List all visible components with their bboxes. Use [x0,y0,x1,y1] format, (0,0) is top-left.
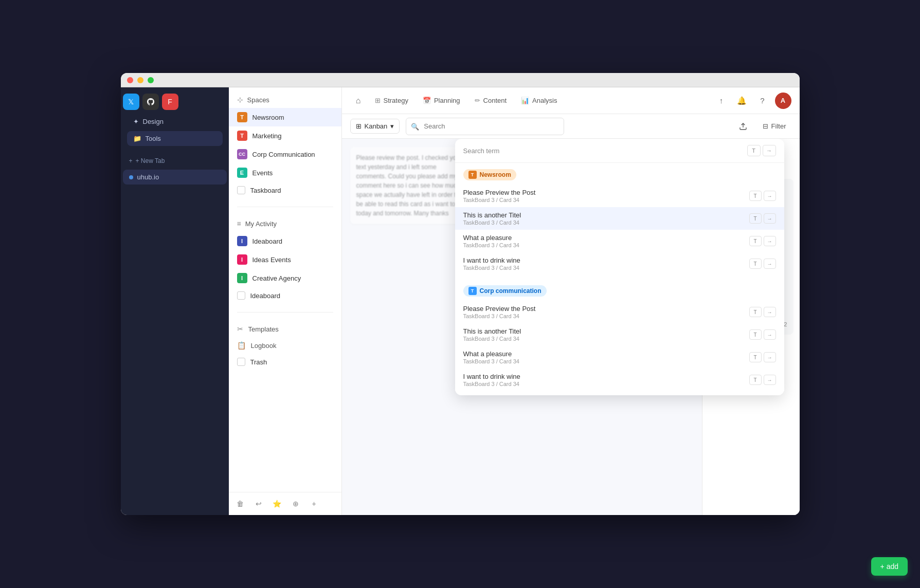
sidebar-item-ideaboard[interactable]: I Ideaboard [229,232,341,250]
result-t-btn-c1[interactable]: T [749,307,762,317]
sidebar-item-newsroom[interactable]: T Newsroom ••• [229,108,341,126]
result-arrow-btn-c3[interactable]: → [764,352,776,362]
footer-add-icon[interactable]: + [307,497,321,511]
search-result-corp-2[interactable]: This is another Titel TaskBoard 3 / Card… [455,323,784,346]
maximize-button[interactable] [148,77,154,83]
search-input[interactable] [406,118,564,135]
corp-label: Corp Communication [252,151,315,158]
search-arrow-icon[interactable]: → [763,145,776,156]
result-t-btn-n1[interactable]: T [749,191,762,201]
ideas-events-label: Ideas Events [252,256,291,264]
sidebar-item-marketing[interactable]: T Marketing [229,126,341,145]
search-result-newsroom-2[interactable]: This is another Titel TaskBoard 3 / Card… [455,207,784,230]
content-icon: ✏ [475,97,480,104]
spaces-header[interactable]: ⊹ Spaces [229,91,341,108]
tab-planning[interactable]: 📅 Planning [417,94,466,107]
minimize-button[interactable] [137,77,143,83]
search-result-newsroom-1[interactable]: Please Preview the Post TaskBoard 3 / Ca… [455,185,784,207]
github-app-icon[interactable] [142,94,159,110]
sidebar-item-trash[interactable]: Trash [229,354,341,370]
result-t-btn-c2[interactable]: T [749,329,762,340]
search-box: 🔍 [406,118,564,135]
upload-icon[interactable]: ↑ [713,93,730,109]
figma-app-icon[interactable]: F [162,94,178,110]
footer-star-icon[interactable]: ⭐ [270,497,284,511]
search-result-newsroom-3[interactable]: What a pleasure TaskBoard 3 / Card 34 T … [455,230,784,252]
left-sidebar: 𝕏 F ✦ Design 📁 Tools + [121,87,229,515]
help-icon[interactable]: ? [754,93,771,109]
result-arrow-btn-c4[interactable]: → [764,375,776,385]
tools-app-item[interactable]: 📁 Tools [127,131,223,146]
sidebar-item-ideaboard-2[interactable]: Ideaboard [229,287,341,304]
sidebar-item-taskboard[interactable]: Taskboard [229,182,341,198]
search-result-corp-4[interactable]: I want to drink wine TaskBoard 3 / Card … [455,369,784,391]
result-arrow-btn-n4[interactable]: → [764,259,776,269]
footer-back-icon[interactable]: ↩ [251,497,266,511]
sidebar-item-creative-agency[interactable]: I Creative Agency [229,269,341,287]
templates-label: Templates [248,325,279,333]
trash-checkbox[interactable] [237,358,245,366]
external-app-icons: 𝕏 F [121,94,229,110]
search-result-corp-1[interactable]: Please Preview the Post TaskBoard 3 / Ca… [455,301,784,323]
uhub-dot [129,175,133,179]
newsroom-section-text: Newsroom [480,171,511,178]
newsroom-section-label[interactable]: T Newsroom [463,169,516,180]
notification-icon[interactable]: 🔔 [734,93,750,109]
newsroom-label: Newsroom [252,114,284,121]
analysis-label: Analysis [532,97,557,104]
footer-trash-icon[interactable]: 🗑 [233,497,247,511]
result-arrow-btn-c2[interactable]: → [764,329,776,340]
sidebar-item-corp-communication[interactable]: CC Corp Communication [229,145,341,163]
analysis-icon: 📊 [521,97,529,104]
newsroom-icon: T [237,112,247,122]
titlebar [121,73,800,87]
kanban-button[interactable]: ⊞ Kanban ▾ [350,119,400,134]
result-t-btn-n4[interactable]: T [749,259,762,269]
search-result-corp-3[interactable]: What a pleasure TaskBoard 3 / Card 34 T … [455,346,784,369]
sidebar-item-templates[interactable]: ✂ Templates [229,321,341,337]
result-t-btn-n3[interactable]: T [749,236,762,246]
x-app-icon[interactable]: 𝕏 [123,94,139,110]
home-button[interactable]: ⌂ [350,93,367,109]
marketing-icon: T [237,131,247,141]
events-icon: E [237,168,247,178]
user-avatar[interactable]: A [775,93,791,109]
result-t-btn-n2[interactable]: T [749,213,762,224]
my-activity-icon: ≡ [237,219,241,228]
result-arrow-btn-n1[interactable]: → [764,191,776,201]
result-title-n3: What a pleasure [463,234,749,242]
ideaboard-2-checkbox[interactable] [237,291,245,300]
design-label: Design [143,118,164,125]
design-app-item[interactable]: ✦ Design [127,114,223,129]
result-title-n2: This is another Titel [463,211,749,219]
design-icon: ✦ [133,118,139,125]
corp-section-label[interactable]: T Corp communication [463,285,547,297]
close-button[interactable] [127,77,133,83]
filter-button[interactable]: ⊟ Filter [757,119,791,133]
taskboard-label: Taskboard [250,187,281,194]
result-title-n1: Please Preview the Post [463,189,749,196]
toolbar-upload-button[interactable] [735,118,751,135]
sidebar-item-logbook[interactable]: 📋 Logbook [229,337,341,354]
my-activity-header[interactable]: ≡ My Activity [229,215,341,232]
result-arrow-btn-n2[interactable]: → [764,213,776,224]
filter-label: Filter [771,122,786,130]
sidebar-item-ideas-events[interactable]: I Ideas Events [229,250,341,269]
sidebar-item-events[interactable]: E Events [229,163,341,182]
footer-settings-icon[interactable]: ⊕ [288,497,303,511]
result-t-btn-c3[interactable]: T [749,352,762,362]
search-result-newsroom-4[interactable]: I want to drink wine TaskBoard 3 / Card … [455,252,784,275]
kanban-grid-icon: ⊞ [356,122,362,130]
tab-strategy[interactable]: ⊞ Strategy [369,94,414,107]
result-t-btn-c4[interactable]: T [749,375,762,385]
result-arrow-btn-n3[interactable]: → [764,236,776,246]
result-title-c2: This is another Titel [463,327,749,335]
tab-content[interactable]: ✏ Content [468,94,513,107]
result-path-n3: TaskBoard 3 / Card 34 [463,242,749,248]
tab-analysis[interactable]: 📊 Analysis [515,94,563,107]
new-tab-button[interactable]: + + New Tab [123,154,227,168]
result-arrow-btn-c1[interactable]: → [764,307,776,317]
taskboard-checkbox[interactable] [237,186,245,194]
uhub-item[interactable]: uhub.io [123,170,227,185]
search-t-icon[interactable]: T [747,145,761,156]
